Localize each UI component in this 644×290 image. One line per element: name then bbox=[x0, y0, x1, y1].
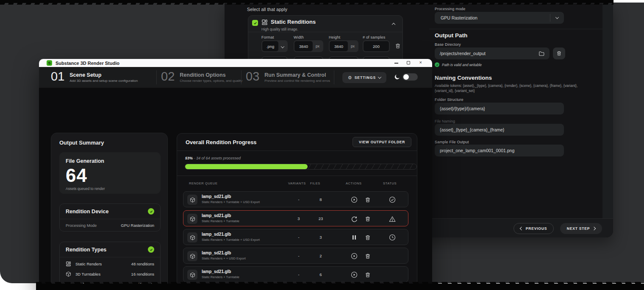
step-1-number: 01 bbox=[51, 70, 64, 84]
progress-caption-text: - 34 of 64 assets processed bbox=[194, 156, 241, 160]
close-button[interactable]: × bbox=[419, 60, 422, 65]
torn-edge-bottom bbox=[36, 284, 644, 290]
delete-button[interactable] bbox=[364, 195, 372, 204]
stepper-divider bbox=[241, 70, 242, 84]
collapse-chevron-icon[interactable] bbox=[392, 23, 395, 26]
folder-structure-label: Folder Structure bbox=[435, 98, 464, 102]
window-body: Output Summary File Generation 64 Assets… bbox=[39, 88, 432, 290]
delete-button[interactable] bbox=[364, 215, 372, 223]
file-naming-label: File Naming bbox=[435, 119, 455, 123]
pause-button[interactable] bbox=[350, 233, 358, 242]
status-pending-icon bbox=[388, 233, 397, 242]
select-all-label: Select all that apply bbox=[247, 7, 287, 12]
base-directory-input[interactable]: /projects/render_output bbox=[435, 47, 550, 59]
samples-value: 200 bbox=[364, 41, 389, 51]
maximize-button[interactable] bbox=[407, 61, 410, 64]
queue-row-1[interactable]: lamp_sd21.glb Static Renders + Turntable… bbox=[183, 191, 408, 207]
format-select[interactable]: .png bbox=[261, 40, 288, 52]
cube-icon bbox=[66, 271, 71, 277]
scroll-gutter[interactable] bbox=[602, 3, 613, 218]
sample-output-value: project_one_lamp_cam001_0001.png bbox=[440, 148, 514, 153]
files-value: 2 bbox=[312, 248, 329, 263]
screenshot-stage: Select all that apply Static Renditions … bbox=[0, 0, 644, 290]
output-summary-title: Output Summary bbox=[59, 139, 104, 146]
output-summary-panel: Output Summary File Generation 64 Assets… bbox=[51, 133, 168, 290]
types-row-static: Static Renders 48 renditions bbox=[60, 259, 160, 269]
previous-button[interactable]: PREVIOUS bbox=[514, 223, 554, 234]
processing-mode-label: Processing mode bbox=[435, 7, 466, 11]
processing-mode-value: GPU Rasterization bbox=[435, 15, 550, 20]
samples-label: # of samples bbox=[363, 35, 385, 39]
valid-check-icon bbox=[435, 62, 439, 67]
stepper-divider bbox=[334, 70, 334, 84]
moon-icon bbox=[394, 74, 400, 80]
variants-value: - bbox=[290, 267, 307, 282]
file-naming-input[interactable]: {asset}_{type}_{camera}_{frame} bbox=[435, 124, 564, 136]
window-titlebar[interactable]: S Substance 3D Render Studio × bbox=[39, 59, 432, 67]
asset-name: lamp_sd21.glb bbox=[202, 232, 231, 237]
status-error-icon bbox=[388, 215, 397, 223]
play-button[interactable] bbox=[350, 270, 358, 279]
delete-button[interactable] bbox=[364, 233, 372, 242]
folder-open-icon[interactable] bbox=[539, 51, 544, 56]
width-value: 3840 bbox=[294, 41, 313, 51]
step-2-title: Rendition Options bbox=[180, 72, 242, 78]
variants-value: - bbox=[290, 248, 307, 263]
dark-mode-toggle[interactable] bbox=[402, 73, 418, 81]
step-3[interactable]: 03 Run Summary & Control Preview and con… bbox=[246, 70, 330, 84]
substance-logo-icon: S bbox=[47, 60, 52, 66]
minimize-button[interactable] bbox=[394, 63, 398, 64]
asset-type: Static Renders + Turntable + USD Export bbox=[202, 200, 260, 204]
chevron-right-icon bbox=[592, 227, 596, 230]
retry-button[interactable] bbox=[350, 215, 358, 223]
queue-row-4[interactable]: lamp_sd21.glb Static Renders + + USD Exp… bbox=[183, 248, 408, 264]
file-generation-title: File Generation bbox=[60, 153, 160, 164]
view-output-folder-button[interactable]: VIEW OUTPUT FOLDER bbox=[353, 137, 411, 147]
queue-row-2[interactable]: lamp_sd21.glb Static Renders + Turntable… bbox=[183, 210, 408, 226]
settings-button[interactable]: ⚙ SETTINGS bbox=[342, 72, 386, 83]
file-naming-value: {asset}_{type}_{camera}_{frame} bbox=[440, 127, 504, 132]
rendition-device-title: Rendition Device bbox=[66, 209, 108, 215]
asset-name: lamp_sd21.glb bbox=[202, 269, 231, 274]
asset-type: Static Renders + Turntable + USD Export bbox=[202, 238, 260, 242]
play-button[interactable] bbox=[350, 195, 358, 204]
trash-icon bbox=[557, 51, 561, 56]
queue-row-5[interactable]: lamp_sd21.glb Static Renders + Turntable… bbox=[183, 266, 408, 282]
file-generation-count: 64 bbox=[60, 164, 160, 186]
panel-divider bbox=[177, 176, 417, 176]
files-value: 6 bbox=[312, 267, 329, 282]
gear-icon: ⚙ bbox=[348, 75, 352, 81]
clear-path-button[interactable] bbox=[553, 47, 565, 59]
next-step-button[interactable]: NEXT STEP bbox=[560, 223, 602, 234]
step-1[interactable]: 01 Scene Setup Add 3D assets and setup s… bbox=[51, 70, 138, 84]
static-renditions-subtitle: High quality still image. bbox=[261, 27, 298, 31]
samples-input[interactable]: 200 bbox=[363, 40, 390, 52]
asset-name: lamp_sd21.glb bbox=[202, 213, 231, 218]
static-renditions-checkbox[interactable] bbox=[252, 20, 258, 26]
complete-check-icon bbox=[148, 208, 154, 215]
status-done-icon bbox=[388, 195, 397, 204]
step-2[interactable]: 02 Rendition Options Choose render types… bbox=[161, 70, 242, 84]
trash-icon[interactable] bbox=[395, 43, 400, 49]
files-value: 8 bbox=[312, 192, 329, 207]
play-button[interactable] bbox=[350, 252, 358, 260]
naming-conventions-title: Naming Conventions bbox=[435, 75, 492, 81]
types-row-label: Static Renders bbox=[75, 262, 102, 266]
step-3-number: 03 bbox=[246, 70, 259, 84]
width-input[interactable]: 3840 px bbox=[294, 40, 323, 52]
rendition-types-title: Rendition Types bbox=[66, 247, 106, 253]
cube-icon bbox=[187, 214, 197, 224]
view-output-folder-label: VIEW OUTPUT FOLDER bbox=[359, 140, 405, 144]
height-input[interactable]: 3840 px bbox=[329, 40, 358, 52]
folder-structure-input[interactable]: {asset}/{type}/{camera} bbox=[435, 103, 564, 114]
queue-row-3[interactable]: lamp_sd21.glb Static Renders + Turntable… bbox=[183, 229, 408, 245]
processing-mode-key: Processing Mode bbox=[66, 223, 97, 228]
delete-button[interactable] bbox=[364, 270, 372, 279]
height-unit: px bbox=[348, 44, 358, 48]
delete-button[interactable] bbox=[364, 252, 372, 260]
base-directory-label: Base Directory bbox=[435, 42, 461, 47]
sample-output-field: project_one_lamp_cam001_0001.png bbox=[435, 145, 564, 156]
processing-mode-select[interactable]: GPU Rasterization bbox=[435, 12, 564, 24]
sample-output-label: Sample File Output bbox=[435, 140, 469, 144]
panel-divider bbox=[177, 151, 417, 151]
